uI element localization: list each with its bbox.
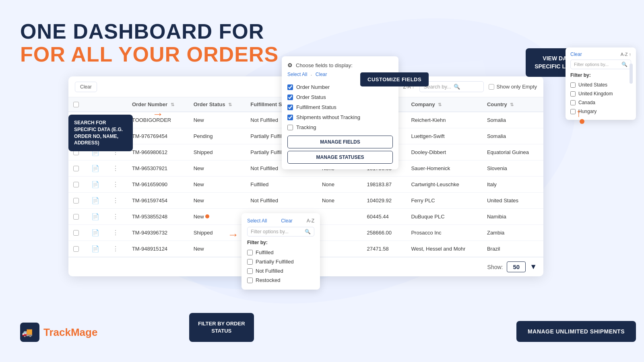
show-empty-checkbox[interactable]	[489, 84, 494, 90]
country-checkbox-0[interactable]	[570, 82, 576, 88]
row-order-number-2: TM-966980612	[127, 144, 189, 160]
row-subtotal-6: 60445.44	[362, 209, 407, 225]
row-dots-3[interactable]: ⋮	[112, 165, 119, 172]
customize-fields-button[interactable]: CUSTOMIZE FIELDS	[360, 72, 429, 86]
status-options-list: FulfilledPartially FulfilledNot Fulfille…	[247, 248, 314, 285]
row-company-5: Ferry PLC	[406, 193, 482, 209]
field-checkbox-2[interactable]	[287, 105, 293, 110]
gear-icon: ⚙	[287, 62, 293, 68]
row-order-number-3: TM-965307921	[127, 160, 189, 177]
col-icon	[87, 97, 107, 112]
field-checkbox-3[interactable]	[287, 115, 293, 120]
filter-clear-link[interactable]: Clear	[281, 218, 293, 224]
status-checkbox-0[interactable]	[247, 250, 253, 255]
filter-az: A-Z	[307, 218, 314, 224]
status-label-2: Not Fulfilled	[256, 268, 283, 274]
field-checkbox-0[interactable]	[287, 84, 293, 90]
row-dots-4[interactable]: ⋮	[112, 181, 119, 188]
country-option-1: United Kingdom	[570, 89, 631, 98]
country-option-0: United States	[570, 80, 631, 89]
country-label-2: Canada	[578, 100, 595, 105]
show-count-box[interactable]: 50	[507, 261, 526, 272]
row-tracking-8	[317, 241, 362, 257]
row-dots-8[interactable]: ⋮	[112, 245, 119, 252]
row-company-0: Reichert-Kiehn	[406, 112, 482, 128]
row-checkbox-5[interactable]	[73, 198, 79, 204]
row-dots-5[interactable]: ⋮	[112, 197, 119, 204]
manage-statuses-button[interactable]: MANAGE STATUSES	[287, 151, 393, 164]
row-fulfillment-4: Fulfilled	[246, 177, 317, 193]
status-option-1: Partially Fulfilled	[247, 257, 314, 266]
logo-track: Track	[43, 326, 71, 338]
row-checkbox-6[interactable]	[73, 214, 79, 220]
filter-search-box: Filter options by... 🔍	[247, 227, 314, 237]
row-subtotal-5: 104029.92	[362, 193, 407, 209]
country-search-icon[interactable]: 🔍	[621, 62, 627, 67]
row-dots-7[interactable]: ⋮	[112, 229, 119, 236]
clear-button[interactable]: Clear	[75, 82, 97, 92]
field-label-3: Shipments without Tracking	[296, 114, 360, 120]
row-checkbox-3[interactable]	[73, 166, 79, 171]
row-status-3: New	[189, 160, 246, 177]
field-row-1: Order Status	[287, 92, 393, 102]
row-checkbox-7[interactable]	[73, 230, 79, 236]
country-checkbox-3[interactable]	[570, 109, 576, 114]
search-icon[interactable]: 🔍	[454, 84, 460, 90]
search-tooltip: SEARCH FOR SPECIFIC DATA (E.G. ORDER NO,…	[68, 115, 133, 151]
field-checkbox-1[interactable]	[287, 95, 293, 100]
row-checkbox-8[interactable]	[73, 246, 79, 252]
row-status-6: New	[189, 209, 246, 225]
main-container: ONE DASHBOARD FOR FOR ALL YOUR ORDERS Cl…	[0, 0, 644, 362]
row-order-number-5: TM-961597454	[127, 193, 189, 209]
row-country-1: Somalia	[482, 128, 543, 144]
filter-search-icon[interactable]: 🔍	[305, 229, 311, 234]
status-checkbox-3[interactable]	[247, 278, 253, 283]
row-doc-icon-3: 📄	[91, 165, 99, 172]
row-country-6: Namibia	[482, 209, 543, 225]
row-doc-icon-7: 📄	[91, 229, 99, 236]
row-checkbox-4[interactable]	[73, 182, 79, 187]
row-doc-icon-4: 📄	[91, 181, 99, 188]
status-checkbox-2[interactable]	[247, 268, 253, 274]
show-dropdown-arrow[interactable]: ▼	[530, 263, 537, 271]
country-clear[interactable]: Clear	[570, 51, 582, 57]
row-subtotal-4: 198183.87	[362, 177, 407, 193]
row-status-0: New	[189, 112, 246, 128]
country-checkbox-1[interactable]	[570, 91, 576, 97]
filter-select-all[interactable]: Select All	[247, 218, 267, 224]
row-dots-6[interactable]: ⋮	[112, 213, 119, 220]
manage-fields-button[interactable]: MANAGE FIELDS	[287, 136, 393, 148]
filter-top-row: Select All Clear A-Z	[247, 218, 314, 224]
status-checkbox-1[interactable]	[247, 259, 253, 265]
row-order-number-8: TM-948915124	[127, 241, 189, 257]
row-country-0: Somalia	[482, 112, 543, 128]
country-checkbox-2[interactable]	[570, 100, 576, 105]
filter-order-status-button[interactable]: FILTER BY ORDER STATUS	[189, 313, 254, 342]
show-label: Show:	[487, 264, 503, 270]
row-status-8: New	[189, 241, 246, 257]
filter-status-panel: Select All Clear A-Z Filter options by..…	[242, 213, 320, 290]
field-label-1: Order Status	[296, 94, 326, 100]
trackmage-logo-icon: 🚚	[20, 323, 39, 342]
filter-order-line1: FILTER BY ORDER	[198, 321, 245, 327]
row-company-8: West, Hessel and Mohr	[406, 241, 482, 257]
tracking-indicator	[205, 214, 209, 218]
row-doc-icon-8: 📄	[91, 245, 99, 252]
field-checkbox-4[interactable]	[287, 125, 293, 130]
row-fulfillment-5: Not Fulfilled	[246, 193, 317, 209]
row-status-2: Shipped	[189, 144, 246, 160]
panel-choose-text: Choose fields to display:	[296, 62, 353, 68]
field-label-0: Order Number	[296, 84, 330, 90]
filter-search-placeholder: Filter options by...	[251, 229, 302, 234]
filter-by-label: Filter by:	[247, 240, 314, 245]
row-country-8: Brazil	[482, 241, 543, 257]
row-subtotal-7: 258666.00	[362, 225, 407, 241]
col-checkbox	[68, 97, 87, 112]
row-tracking-6	[317, 209, 362, 225]
country-search-placeholder: Filter options by...	[574, 62, 620, 67]
panel-clear-link[interactable]: Clear	[316, 72, 327, 79]
logo-text: TrackMage	[43, 326, 97, 339]
row-country-4: Italy	[482, 177, 543, 193]
select-all-link[interactable]: Select All	[287, 72, 307, 79]
manage-shipments-button[interactable]: MANAGE UNLIMITED SHIPMENTS	[516, 321, 636, 342]
